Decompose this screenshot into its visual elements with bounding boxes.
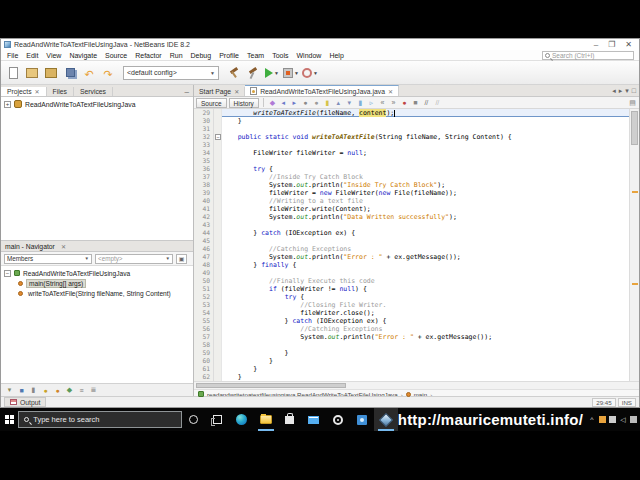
shift-left-icon[interactable]: « <box>378 98 387 107</box>
show-inherited-icon[interactable]: ▾ <box>5 386 14 395</box>
code-text[interactable]: try { <box>222 293 629 301</box>
project-tree-row[interactable]: +ReadAndWriteToATextFileUsingJava <box>4 99 193 109</box>
show-methods-icon[interactable]: ● <box>53 386 62 395</box>
find-selection-icon[interactable]: ● <box>301 98 310 107</box>
tray-app-icon[interactable] <box>599 416 606 423</box>
code-text[interactable]: } catch (IOException ex) { <box>222 317 629 325</box>
toggle-highlight-icon[interactable]: ▮ <box>323 98 332 107</box>
code-text[interactable] <box>222 269 629 277</box>
tab-list-icon[interactable]: ▾ <box>625 87 629 95</box>
code-text[interactable]: } finally { <box>222 261 629 269</box>
comment-icon[interactable]: // <box>422 98 431 107</box>
uncomment-icon[interactable]: // <box>433 98 442 107</box>
taskbar-photos-icon[interactable] <box>350 408 374 431</box>
code-editor[interactable]: 29 writeToATextFile(fileName, content);3… <box>194 109 629 381</box>
next-occurrence-icon[interactable]: ▾ <box>345 98 354 107</box>
toolbar-new-file-icon[interactable] <box>5 65 21 81</box>
source-view-button[interactable]: Source <box>196 98 227 108</box>
code-text[interactable]: //Finally Execute this code <box>222 277 629 285</box>
tray-keyboard-icon[interactable] <box>609 416 616 423</box>
sort-alpha-icon[interactable]: ≡ <box>77 386 86 395</box>
code-text[interactable]: System.out.println("Inside Try Catch Blo… <box>222 181 629 189</box>
toggle-bookmark-icon[interactable]: ▮ <box>356 98 365 107</box>
ide-search-box[interactable]: Search (Ctrl+I) <box>542 51 634 60</box>
next-bookmark-icon[interactable]: ▹ <box>367 98 376 107</box>
editor-sidebar-toggle-icon[interactable]: ▤ <box>628 98 637 107</box>
menu-refactor[interactable]: Refactor <box>131 52 165 59</box>
code-text[interactable]: } <box>222 349 629 357</box>
taskbar-netbeans-icon[interactable] <box>374 408 398 431</box>
code-text[interactable]: } catch (IOException ex) { <box>222 229 629 237</box>
menu-help[interactable]: Help <box>325 52 347 59</box>
shift-right-icon[interactable]: » <box>389 98 398 107</box>
find-occurrences-icon[interactable]: ● <box>312 98 321 107</box>
start-button[interactable] <box>0 408 18 431</box>
code-text[interactable]: System.out.println("Error : " + ex.getMe… <box>222 333 629 341</box>
code-text[interactable]: writeToATextFile(fileName, content); <box>222 109 629 117</box>
tree-expander-icon[interactable]: + <box>4 101 11 108</box>
code-text[interactable]: //Closing File Writer. <box>222 301 629 309</box>
show-public-only-icon[interactable]: ◆ <box>65 386 74 395</box>
taskbar-task-view-icon[interactable] <box>206 408 230 431</box>
toolbar-undo-icon[interactable] <box>81 65 97 81</box>
editor-tab[interactable]: ReadAndWriteToATextFileUsingJava.java✕ <box>245 85 399 96</box>
taskbar-cortana-icon[interactable] <box>182 408 206 431</box>
code-text[interactable]: fileWriter.write(Content); <box>222 205 629 213</box>
menu-edit[interactable]: Edit <box>22 52 42 59</box>
maximize-button[interactable]: ❐ <box>608 39 615 50</box>
show-constructors-icon[interactable]: ● <box>41 386 50 395</box>
close-button[interactable]: ✕ <box>625 39 632 50</box>
navigator-filter-select[interactable]: <empty> ▼ <box>95 254 173 264</box>
editor-tab[interactable]: Start Page✕ <box>194 87 245 96</box>
navigator-class-row[interactable]: −ReadAndWriteToATextFileUsingJava <box>4 268 193 278</box>
forward-icon[interactable]: ▸ <box>290 98 299 107</box>
stop-macro-icon[interactable]: ■ <box>411 98 420 107</box>
navigator-close-icon[interactable]: ✕ <box>61 243 66 250</box>
code-text[interactable] <box>222 221 629 229</box>
output-minimized-tab[interactable]: Output <box>4 397 46 407</box>
maximize-editor-icon[interactable]: □ <box>632 87 636 95</box>
code-text[interactable]: fileWriter.close(); <box>222 309 629 317</box>
code-text[interactable] <box>222 141 629 149</box>
taskbar-search-box[interactable]: Type here to search <box>18 411 182 428</box>
history-view-button[interactable]: History <box>229 98 259 108</box>
toolbar-redo-icon[interactable] <box>100 65 116 81</box>
tray-volume-icon[interactable]: ◁ <box>619 416 627 424</box>
menu-profile[interactable]: Profile <box>215 52 243 59</box>
menu-team[interactable]: Team <box>243 52 268 59</box>
navigator-filter-button[interactable]: ▣ <box>176 254 187 264</box>
code-text[interactable] <box>222 157 629 165</box>
taskbar-settings-icon[interactable] <box>326 408 350 431</box>
toolbar-run-project-icon[interactable]: ▼ <box>264 65 280 81</box>
error-stripe-mark[interactable] <box>632 283 638 285</box>
show-fields-icon[interactable]: ■ <box>17 386 26 395</box>
navigator-member-row[interactable]: main(String[] args) <box>4 278 193 288</box>
menu-window[interactable]: Window <box>292 52 325 59</box>
toolbar-clean-build-icon[interactable] <box>245 65 261 81</box>
menu-tools[interactable]: Tools <box>268 52 292 59</box>
toolbar-debug-project-icon[interactable]: ▼ <box>283 65 299 81</box>
tab-projects[interactable]: Projects✕ <box>1 87 47 96</box>
code-text[interactable]: //Catching Exceptions <box>222 325 629 333</box>
scrollbar-thumb[interactable] <box>631 111 638 145</box>
close-tab-icon[interactable]: ✕ <box>234 88 239 95</box>
title-bar[interactable]: ReadAndWriteToATextFileUsingJava - NetBe… <box>1 39 639 50</box>
fold-collapse-icon[interactable]: − <box>215 134 221 140</box>
code-text[interactable]: //Writing to a text file <box>222 197 629 205</box>
code-text[interactable]: } <box>222 365 629 373</box>
start-macro-icon[interactable]: ● <box>400 98 409 107</box>
toolbar-open-project-icon[interactable] <box>43 65 59 81</box>
hscrollbar-thumb[interactable] <box>196 383 346 388</box>
toolbar-profile-project-icon[interactable]: ▼ <box>302 65 318 81</box>
code-text[interactable] <box>222 125 629 133</box>
tab-services[interactable]: Services <box>74 87 113 96</box>
tab-files[interactable]: Files <box>47 87 74 96</box>
config-combobox[interactable]: <default config> ▼ <box>123 66 219 80</box>
back-icon[interactable]: ◂ <box>279 98 288 107</box>
last-edit-icon[interactable]: ◆ <box>268 98 277 107</box>
code-text[interactable]: //Catching Exceptions <box>222 245 629 253</box>
toolbar-build-project-icon[interactable] <box>226 65 242 81</box>
close-tab-icon[interactable]: ✕ <box>388 88 393 95</box>
code-text[interactable]: if (fileWriter != null) { <box>222 285 629 293</box>
editor-hscrollbar[interactable] <box>194 381 639 389</box>
